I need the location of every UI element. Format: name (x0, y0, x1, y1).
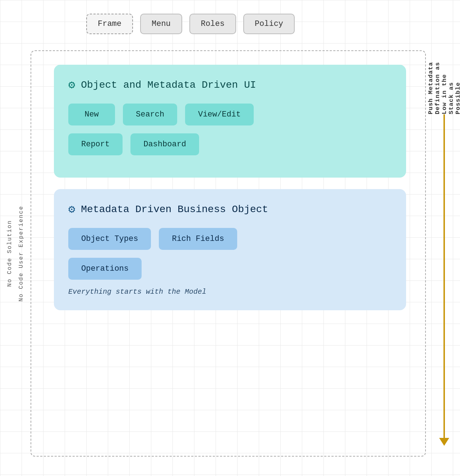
left-label-inner: No Code User Experience (18, 50, 24, 457)
no-code-solution-label: No Code Solution (6, 220, 13, 287)
top-nav: Frame Menu Roles Policy (86, 14, 295, 34)
btn-dashboard[interactable]: Dashboard (130, 133, 199, 155)
card-teal: Object and Metadata Driven UI New Search… (54, 65, 406, 178)
nav-btn-policy[interactable]: Policy (243, 14, 295, 34)
nav-btn-frame[interactable]: Frame (86, 14, 133, 34)
gear-icon-blue (68, 202, 75, 216)
blue-btn-row-2: Operations (68, 258, 392, 280)
left-label-outer: No Code Solution (6, 50, 13, 457)
btn-report[interactable]: Report (68, 133, 123, 155)
arrow-head (439, 438, 449, 446)
btn-object-types[interactable]: Object Types (68, 228, 151, 250)
right-arrow-label: Push Metadata Defination as Low in the S… (427, 50, 460, 114)
btn-view-edit[interactable]: View/Edit (185, 104, 254, 125)
card-blue: Metadata Driven Business Object Object T… (54, 189, 406, 310)
card-blue-title-row: Metadata Driven Business Object (68, 202, 392, 216)
inner-content: Object and Metadata Driven UI New Search… (43, 58, 417, 317)
blue-btn-row-1: Object Types Rich Fields (68, 228, 392, 250)
teal-btn-row-1: New Search View/Edit (68, 104, 392, 125)
card-blue-title: Metadata Driven Business Object (81, 204, 268, 215)
arrow-line (443, 114, 445, 438)
btn-rich-fields[interactable]: Rich Fields (159, 228, 237, 250)
right-arrow-container: Push Metadata Defination as Low in the S… (439, 50, 449, 446)
card-teal-title-row: Object and Metadata Driven UI (68, 78, 392, 92)
nav-btn-roles[interactable]: Roles (189, 14, 236, 34)
page-wrapper: Frame Menu Roles Policy No Code Solution… (0, 0, 460, 476)
card-teal-title: Object and Metadata Driven UI (81, 79, 256, 91)
btn-operations[interactable]: Operations (68, 258, 142, 280)
nav-btn-menu[interactable]: Menu (140, 14, 182, 34)
btn-search[interactable]: Search (123, 104, 177, 125)
gear-icon-teal (68, 78, 75, 92)
model-note: Everything starts with the Model (68, 288, 392, 296)
no-code-ux-label: No Code User Experience (18, 206, 24, 302)
teal-btn-row-2: Report Dashboard (68, 133, 392, 155)
btn-new[interactable]: New (68, 104, 115, 125)
